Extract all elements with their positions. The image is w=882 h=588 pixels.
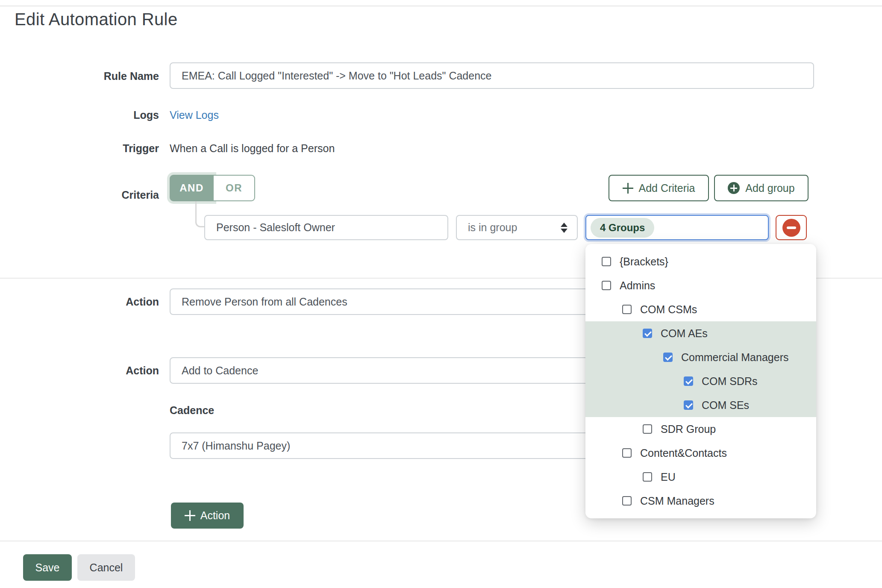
group-option-label: Admins xyxy=(620,279,655,292)
group-option-label: {Brackets} xyxy=(620,256,668,268)
add-criteria-button[interactable]: Add Criteria xyxy=(609,175,709,201)
group-option[interactable]: Content&Contacts xyxy=(585,441,816,465)
checkbox-unchecked-icon[interactable] xyxy=(643,424,652,434)
action2-label: Action xyxy=(18,365,159,377)
group-option-label: Commercial Managers xyxy=(681,351,788,364)
group-option[interactable]: Commercial Managers xyxy=(585,345,816,369)
plus-icon xyxy=(185,510,195,521)
criteria-field-input[interactable]: Person - Salesloft Owner xyxy=(204,215,448,240)
group-option-label: COM SEs xyxy=(702,399,749,412)
minus-icon xyxy=(782,219,800,237)
checkbox-unchecked-icon[interactable] xyxy=(643,472,652,482)
and-toggle-button[interactable]: AND xyxy=(170,175,214,201)
rule-name-input[interactable]: EMEA: Call Logged "Interested" -> Move t… xyxy=(170,62,814,89)
group-option-label: COM CSMs xyxy=(640,303,697,316)
checkbox-checked-icon[interactable] xyxy=(643,329,652,338)
checkbox-unchecked-icon[interactable] xyxy=(622,496,632,506)
add-action-button[interactable]: Action xyxy=(171,503,244,529)
remove-criteria-button[interactable] xyxy=(776,215,807,240)
criteria-field-value: Person - Salesloft Owner xyxy=(216,221,335,234)
group-option[interactable]: COM CSMs xyxy=(585,297,816,321)
group-option-label: CSM Managers xyxy=(640,495,714,507)
group-option-label: EU xyxy=(661,471,676,483)
add-action-label: Action xyxy=(200,509,230,522)
add-criteria-label: Add Criteria xyxy=(639,182,695,194)
group-option[interactable]: CSM Managers xyxy=(585,489,816,513)
cadence-value: 7x7 (Himanshu Pagey) xyxy=(182,440,290,452)
criteria-operator-select[interactable]: is in group xyxy=(456,215,578,240)
group-option-label: COM SDRs xyxy=(702,375,758,388)
top-divider xyxy=(0,6,882,6)
criteria-groups-multiselect[interactable]: 4 Groups xyxy=(585,215,769,240)
group-option[interactable]: SDR Group xyxy=(585,417,816,441)
select-arrows-icon xyxy=(561,223,567,233)
group-dropdown: {Brackets}AdminsCOM CSMsCOM AEsCommercia… xyxy=(585,244,816,518)
trigger-value: When a Call is logged for a Person xyxy=(170,142,335,155)
action1-value: Remove Person from all Cadences xyxy=(182,296,347,308)
save-button[interactable]: Save xyxy=(23,554,72,581)
cadence-label: Cadence xyxy=(170,404,214,417)
groups-count-badge: 4 Groups xyxy=(591,218,654,238)
action1-label: Action xyxy=(18,296,159,308)
checkbox-checked-icon[interactable] xyxy=(684,376,693,386)
plus-icon xyxy=(623,183,633,194)
group-option[interactable]: COM SEs xyxy=(585,393,816,417)
trigger-label: Trigger xyxy=(18,142,159,155)
checkbox-unchecked-icon[interactable] xyxy=(602,257,611,266)
checkbox-unchecked-icon[interactable] xyxy=(622,305,632,314)
checkbox-unchecked-icon[interactable] xyxy=(602,281,611,290)
group-option-label: SDR Group xyxy=(661,423,716,435)
plus-circle-icon xyxy=(728,182,740,194)
criteria-connector-line xyxy=(195,201,205,227)
add-group-button[interactable]: Add group xyxy=(714,175,808,201)
or-toggle-button[interactable]: OR xyxy=(214,175,255,201)
group-option[interactable]: COM SDRs xyxy=(585,369,816,393)
view-logs-link[interactable]: View Logs xyxy=(170,109,219,121)
checkbox-unchecked-icon[interactable] xyxy=(622,448,632,458)
group-option[interactable]: {Brackets} xyxy=(585,250,816,273)
group-option-label: COM AEs xyxy=(661,327,708,340)
and-or-toggle: AND OR xyxy=(170,175,255,201)
group-option[interactable]: EU xyxy=(585,465,816,489)
cancel-button[interactable]: Cancel xyxy=(77,554,135,581)
group-option[interactable]: COM AEs xyxy=(585,321,816,345)
rule-name-value: EMEA: Call Logged "Interested" -> Move t… xyxy=(182,70,491,82)
checkbox-checked-icon[interactable] xyxy=(684,400,693,410)
logs-label: Logs xyxy=(18,109,159,121)
group-option-label: Content&Contacts xyxy=(640,447,727,459)
add-group-label: Add group xyxy=(745,182,794,194)
group-option[interactable]: Admins xyxy=(585,273,816,297)
checkbox-checked-icon[interactable] xyxy=(663,353,673,362)
criteria-label: Criteria xyxy=(18,189,159,201)
page-title: Edit Automation Rule xyxy=(15,10,178,29)
rule-name-label: Rule Name xyxy=(18,70,159,82)
action2-value: Add to Cadence xyxy=(182,365,258,377)
footer-divider xyxy=(0,541,882,541)
criteria-operator-value: is in group xyxy=(468,221,517,234)
